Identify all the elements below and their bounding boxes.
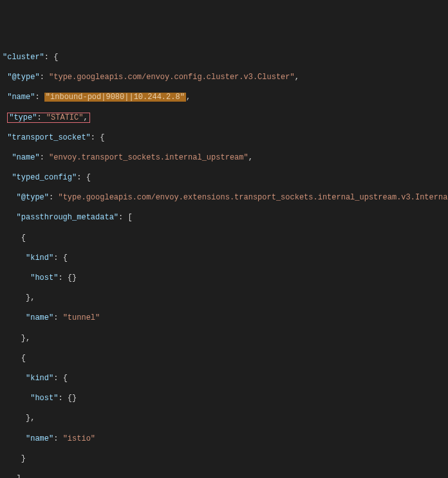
- code-line: "@type": "type.googleapis.com/envoy.exte…: [3, 193, 445, 203]
- code-line: "name": "tunnel": [3, 313, 445, 324]
- code-line: "transport_socket": {: [3, 133, 445, 143]
- cluster-name-highlight: "inbound-pod|9080||10.244.2.8": [44, 93, 186, 102]
- cluster-type-url: type.googleapis.com/envoy.config.cluster…: [53, 73, 290, 82]
- code-line: {: [3, 354, 445, 364]
- code-line: "host": {}: [3, 394, 445, 404]
- code-line: },: [3, 334, 445, 344]
- code-line: "kind": {: [3, 253, 445, 264]
- code-line: ],: [3, 474, 445, 478]
- code-line: "passthrough_metadata": [: [3, 213, 445, 223]
- code-line: "@type": "type.googleapis.com/envoy.conf…: [3, 73, 445, 83]
- json-editor[interactable]: "cluster": { "@type": "type.googleapis.c…: [0, 40, 448, 478]
- code-line: }: [3, 454, 445, 464]
- code-line: },: [3, 293, 445, 304]
- code-line: "host": {}: [3, 273, 445, 284]
- code-line: {: [3, 234, 445, 244]
- code-line: "kind": {: [3, 374, 445, 384]
- code-line: },: [3, 414, 445, 424]
- code-line: "typed_config": {: [3, 173, 445, 183]
- type-redbox: "type": "STATIC",: [7, 113, 89, 123]
- code-line: "name": "envoy.transport_sockets.interna…: [3, 153, 445, 163]
- code-line: "type": "STATIC",: [3, 113, 445, 124]
- code-line: "name": "inbound-pod|9080||10.244.2.8",: [3, 93, 445, 103]
- code-line: "cluster": {: [3, 53, 445, 63]
- code-line: "name": "istio": [3, 434, 445, 445]
